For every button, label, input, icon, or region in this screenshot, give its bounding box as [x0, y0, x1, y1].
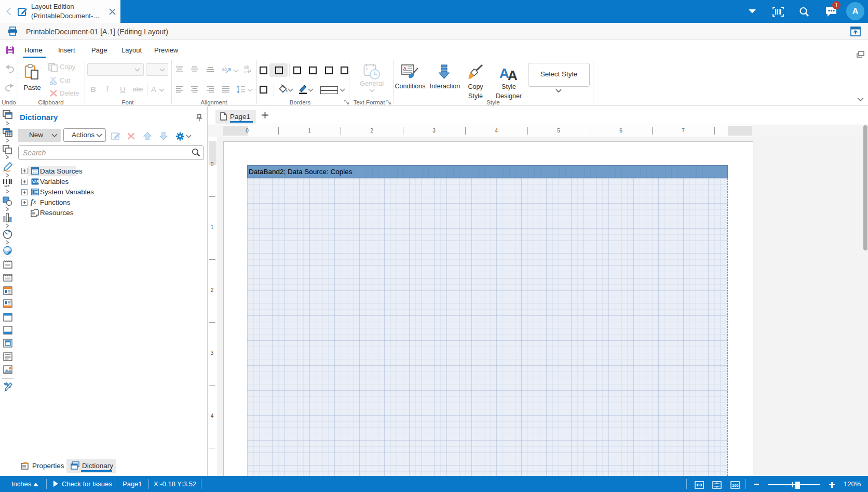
svg-text:c: c [244, 69, 247, 74]
svg-text:125: 125 [4, 184, 10, 188]
svg-text:VAR: VAR [32, 180, 39, 183]
svg-text:ab: ab [222, 67, 227, 72]
svg-text:100: 100 [732, 483, 739, 488]
